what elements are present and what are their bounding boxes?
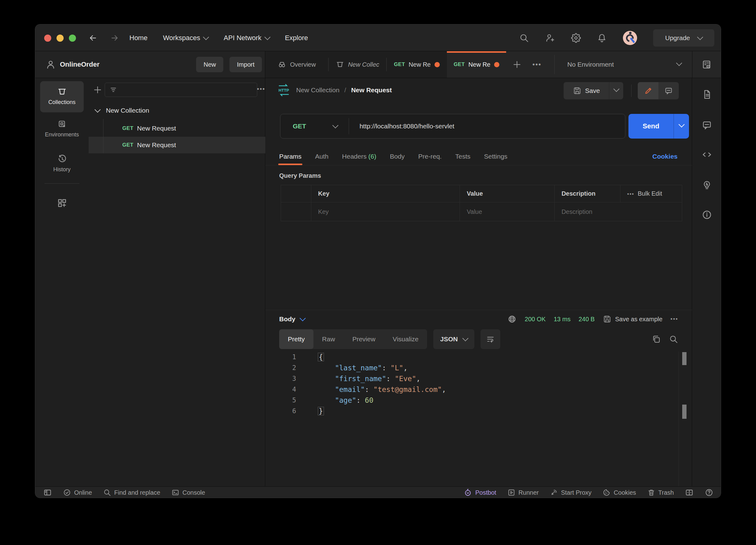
tab-prereq[interactable]: Pre-req.	[418, 153, 442, 160]
tree-search-input[interactable]	[105, 83, 257, 97]
code-token	[318, 396, 335, 404]
scroll-marker[interactable]	[682, 352, 687, 365]
value-input[interactable]: Value	[460, 203, 555, 221]
environment-quick-look-icon[interactable]	[701, 59, 712, 70]
tab-tests[interactable]: Tests	[455, 153, 470, 160]
table-row[interactable]: Key Value Description	[281, 203, 682, 221]
save-as-example-button[interactable]: Save as example	[603, 315, 662, 323]
svg-text:HTTP: HTTP	[279, 88, 289, 93]
tree-collection-row[interactable]: New Collection	[89, 102, 265, 119]
two-pane-icon[interactable]	[685, 488, 694, 497]
settings-gear-icon[interactable]	[571, 33, 581, 43]
description-input[interactable]: Description	[555, 203, 682, 221]
collapse-chevron-icon[interactable]	[95, 107, 101, 113]
workspace-name[interactable]: OnlineOrder	[60, 51, 99, 78]
url-input[interactable]: http://localhost:8080/hello-servlet	[359, 123, 454, 130]
copy-icon[interactable]	[652, 334, 661, 344]
invite-user-icon[interactable]	[545, 33, 555, 43]
cookies-button[interactable]: Cookies	[603, 488, 636, 497]
forward-icon[interactable]	[110, 33, 119, 43]
start-proxy-button[interactable]: Start Proxy	[550, 488, 591, 497]
tab-auth[interactable]: Auth	[315, 153, 328, 160]
tab-settings[interactable]: Settings	[484, 153, 507, 160]
search-response-icon[interactable]	[669, 334, 678, 344]
tab-body[interactable]: Body	[390, 153, 405, 160]
breadcrumb-collection[interactable]: New Collection	[296, 86, 339, 94]
scroll-marker[interactable]	[682, 404, 687, 419]
close-window-button[interactable]	[44, 35, 51, 42]
tab-request-1[interactable]: GET New Re	[387, 51, 447, 78]
tree-request-row-2-selected[interactable]: GET New Request	[89, 137, 265, 153]
send-button[interactable]: Send	[628, 114, 689, 139]
response-size[interactable]: 240 B	[578, 316, 594, 323]
save-options-button[interactable]	[609, 82, 623, 99]
documentation-icon[interactable]	[702, 89, 712, 100]
online-status[interactable]: Online	[63, 488, 92, 497]
postbot-button[interactable]: Postbot	[464, 488, 496, 497]
sidebar-item-collections[interactable]: Collections	[35, 87, 89, 106]
response-status[interactable]: 200 OK	[525, 316, 546, 323]
nav-api-network[interactable]: API Network	[224, 34, 269, 42]
nav-home[interactable]: Home	[129, 34, 148, 42]
key-input[interactable]: Key	[311, 203, 460, 221]
environment-chevron-icon[interactable]	[676, 60, 682, 66]
maximize-window-button[interactable]	[69, 35, 76, 42]
import-button[interactable]: Import	[229, 57, 262, 72]
minimize-window-button[interactable]	[57, 35, 64, 42]
response-time[interactable]: 13 ms	[554, 316, 570, 323]
response-more-options-icon[interactable]: •••	[670, 316, 678, 322]
tab-overview[interactable]: Overview	[265, 51, 328, 78]
tab-headers[interactable]: Headers (6)	[342, 153, 376, 160]
runner-button[interactable]: Runner	[507, 488, 539, 497]
toggle-sidebar-icon[interactable]	[43, 488, 52, 497]
wrap-lines-button[interactable]	[481, 329, 500, 349]
trash-button[interactable]: Trash	[647, 488, 674, 497]
breadcrumb-request[interactable]: New Request	[351, 86, 392, 94]
view-visualize[interactable]: Visualize	[384, 329, 427, 349]
tab-request-2-active[interactable]: GET New Re	[447, 51, 506, 78]
console-button[interactable]: Console	[171, 488, 205, 497]
new-tab-plus-icon[interactable]	[512, 60, 522, 69]
send-options-button[interactable]	[674, 114, 689, 139]
response-body-editor[interactable]: 1{2 "last_name": "L",3 "first_name": "Ev…	[265, 351, 692, 486]
sidebar-item-environments[interactable]: Environments	[35, 119, 89, 138]
code-token: "Eve"	[395, 375, 416, 383]
tab-options-icon[interactable]: •••	[532, 61, 541, 69]
notifications-bell-icon[interactable]	[597, 33, 607, 43]
method-chevron-icon[interactable]	[332, 122, 338, 128]
view-pretty[interactable]: Pretty	[279, 329, 313, 349]
network-globe-icon[interactable]	[507, 314, 517, 324]
comments-button[interactable]	[658, 82, 679, 99]
add-collection-plus-icon[interactable]	[93, 85, 102, 94]
configure-modules-icon[interactable]	[57, 198, 67, 208]
response-body-dropdown[interactable]: Body	[279, 315, 296, 323]
upgrade-button[interactable]: Upgrade	[653, 29, 714, 47]
tree-more-options-icon[interactable]: •••	[257, 86, 265, 93]
avatar[interactable]	[623, 31, 637, 45]
nav-workspaces[interactable]: Workspaces	[163, 34, 208, 42]
search-icon[interactable]	[519, 33, 529, 43]
find-and-replace[interactable]: Find and replace	[103, 488, 160, 497]
response-format-select[interactable]: JSON	[433, 329, 474, 349]
help-icon[interactable]	[705, 488, 713, 497]
code-token	[318, 385, 335, 393]
view-raw[interactable]: Raw	[313, 329, 344, 349]
save-button[interactable]: Save	[564, 82, 609, 99]
tree-request-row-1[interactable]: GET New Request	[89, 120, 265, 137]
cookies-link[interactable]: Cookies	[652, 153, 678, 160]
method-select[interactable]: GET	[293, 123, 306, 130]
info-icon[interactable]	[702, 210, 712, 220]
insights-bulb-icon[interactable]	[702, 180, 712, 191]
view-preview[interactable]: Preview	[344, 329, 384, 349]
sidebar-item-history[interactable]: History	[35, 154, 89, 173]
bulk-edit-cell[interactable]: ••• Bulk Edit	[620, 185, 682, 203]
back-icon[interactable]	[88, 33, 98, 43]
tab-params[interactable]: Params	[279, 153, 301, 160]
edit-button[interactable]	[638, 82, 658, 99]
nav-explore[interactable]: Explore	[285, 34, 308, 42]
environment-selector[interactable]: No Environment	[567, 51, 614, 78]
new-button[interactable]: New	[196, 57, 223, 72]
code-snippet-icon[interactable]	[702, 149, 712, 160]
comments-icon[interactable]	[702, 120, 712, 130]
tab-collection[interactable]: New Collec	[329, 51, 386, 78]
